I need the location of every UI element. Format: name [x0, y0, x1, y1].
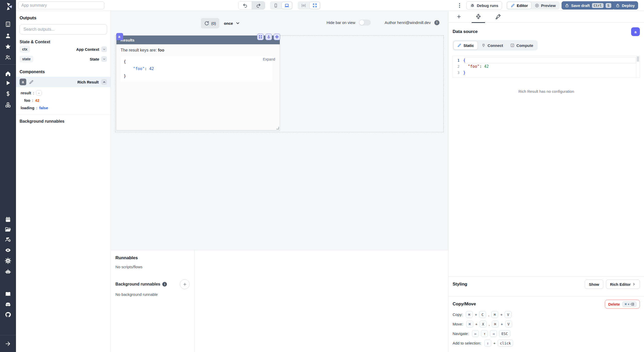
chevron-down-icon[interactable] [101, 46, 107, 52]
windmill-logo-icon[interactable] [4, 2, 12, 11]
save-draft-button[interactable]: Save draft Ctrl S [562, 1, 615, 10]
user-icon[interactable] [5, 33, 11, 39]
runs-play-icon[interactable] [5, 80, 11, 86]
folders-icon[interactable] [5, 227, 11, 233]
editor-scrollbar[interactable] [636, 56, 640, 78]
pencil-icon [457, 43, 461, 47]
state-row: state State [16, 54, 111, 64]
desktop-view-button[interactable] [282, 2, 292, 9]
component-action-buttons [257, 33, 280, 40]
resources-blocks-icon[interactable] [5, 102, 11, 108]
expand-component-icon[interactable] [257, 33, 264, 40]
docs-book-icon[interactable] [5, 291, 11, 297]
tree-row-loading: loading : false [21, 104, 111, 112]
audit-eye-icon[interactable] [5, 247, 11, 253]
deploy-button[interactable]: Deploy [612, 1, 638, 10]
mobile-view-button[interactable] [270, 2, 281, 9]
author-info-icon[interactable]: i [434, 20, 439, 25]
chevron-down-icon[interactable] [101, 56, 107, 62]
outputs-title: Outputs [20, 15, 107, 21]
shortcut-row-add-selection: Add to selection: ⇧+click [453, 338, 640, 348]
ctx-expand-control[interactable]: App Context [76, 46, 107, 52]
debug-runs-button[interactable]: Debug runs [466, 1, 502, 10]
no-scripts-label: No scripts/flows [115, 265, 190, 269]
tab-static[interactable]: Static [453, 41, 478, 50]
settings-gear-icon[interactable] [5, 258, 11, 264]
move-icon[interactable] [274, 33, 280, 40]
background-runnables-heading: Background runnables [115, 282, 160, 287]
users-icon[interactable] [5, 54, 11, 61]
show-styling-button[interactable]: Show [585, 280, 603, 289]
more-menu-button[interactable] [456, 2, 463, 9]
copy-move-title: Copy/Move [453, 301, 476, 307]
add-background-runnable-button[interactable] [180, 279, 190, 289]
github-icon[interactable] [5, 312, 11, 318]
tab-add-component[interactable] [452, 11, 466, 23]
component-settings-panel: Data source a Static Connect f Compute [448, 11, 644, 352]
home-icon[interactable] [5, 71, 11, 77]
shortcut-row-move: Move: ⌘+X , ⌘+V [453, 319, 640, 329]
refresh-icon [204, 21, 209, 26]
ctrl-kbd: Ctrl [592, 3, 604, 8]
canvas-run-controls: (0) once [201, 18, 240, 28]
rich-result-component[interactable]: a Results The result keys are: foo Expan… [116, 35, 280, 130]
static-json-editor[interactable]: 1 { 2 "foo": 42 3 } [453, 56, 640, 78]
code-line-2: 2 "foo": 42 [453, 63, 640, 70]
delete-shortcut-kbd: ⌘+ [622, 301, 637, 307]
discord-icon[interactable] [5, 301, 11, 307]
chevron-down-icon [235, 21, 240, 26]
spacing-icon-button[interactable] [298, 2, 309, 9]
fullscreen-button[interactable] [309, 2, 320, 9]
tab-styling[interactable] [491, 11, 505, 23]
delete-component-button[interactable]: Delete ⌘+ [605, 300, 640, 309]
preview-eye-icon [535, 3, 539, 8]
anchor-icon[interactable] [265, 33, 272, 40]
refresh-button[interactable]: (0) [201, 18, 219, 28]
divider [448, 276, 644, 276]
svg-text:f: f [512, 44, 513, 47]
windmill-app-editor: Debug runs Editor Preview Save draft Ctr… [0, 0, 644, 352]
schedules-calendar-icon[interactable] [5, 216, 11, 223]
ai-robot-icon[interactable] [5, 269, 11, 275]
redo-button[interactable] [252, 1, 265, 10]
runnables-list: Runnables No scripts/flows Background ru… [111, 250, 194, 352]
state-expand-control[interactable]: State [90, 56, 107, 62]
bug-icon [470, 3, 475, 8]
variables-dollar-icon[interactable] [5, 91, 11, 97]
collapse-arrow-right-icon[interactable] [5, 341, 11, 347]
chevron-right-icon [632, 282, 636, 286]
background-runnables-title: Background runnables [20, 119, 107, 124]
rename-pencil-icon[interactable] [29, 80, 34, 85]
settings-tabs [448, 11, 644, 23]
tab-connect[interactable]: Connect [478, 41, 507, 50]
app-summary-input[interactable] [18, 2, 104, 9]
chevron-up-icon[interactable] [101, 79, 107, 85]
resize-handle[interactable] [276, 127, 279, 129]
copy-move-section: Copy/Move Delete ⌘+ Copy: ⌘+C , ⌘+V Move… [448, 298, 644, 348]
tab-component-settings[interactable] [471, 11, 486, 23]
tab-editor[interactable]: Editor [507, 2, 531, 9]
editor-preview-segmented: Editor Preview [506, 1, 560, 10]
tab-preview[interactable]: Preview [531, 2, 559, 9]
rich-editor-button[interactable]: Rich Editor [606, 280, 640, 289]
no-configuration-label: Rich Result has no configuration [453, 89, 640, 94]
trigger-mode-dropdown[interactable]: once [224, 21, 240, 26]
backspace-icon [630, 302, 634, 306]
info-icon[interactable]: i [162, 282, 167, 287]
code-line-3: 3 } [453, 70, 640, 76]
runnables-panel: Runnables No scripts/flows Background ru… [111, 250, 448, 352]
component-list-item-a[interactable]: a Rich Result [16, 77, 111, 87]
star-icon[interactable] [5, 44, 11, 50]
component-id-badge: a [20, 79, 26, 85]
json-result-view: { "foo": 42 } [121, 56, 273, 82]
tab-compute[interactable]: f Compute [507, 41, 537, 50]
undo-button[interactable] [239, 1, 252, 10]
styling-title: Styling [453, 282, 467, 287]
hide-bar-toggle[interactable] [359, 20, 371, 26]
sidebar-rail [0, 0, 16, 352]
expand-json-button[interactable]: Expand [263, 57, 275, 61]
search-outputs-input[interactable] [20, 24, 107, 35]
collapse-toggle[interactable]: - [36, 90, 42, 96]
groups-users-cog-icon[interactable] [5, 236, 11, 242]
workspace-building-icon[interactable] [5, 21, 11, 27]
